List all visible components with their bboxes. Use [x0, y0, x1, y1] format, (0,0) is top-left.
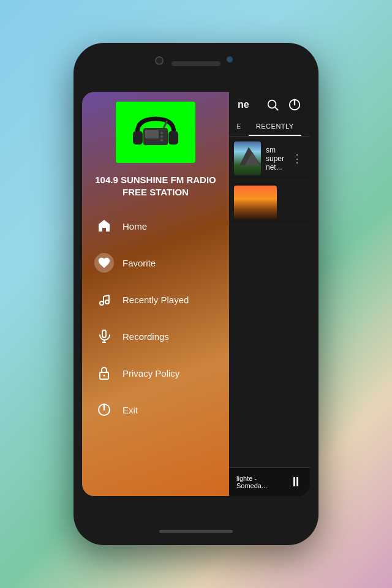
sidebar-item-recordings[interactable]: Recordings [82, 318, 229, 355]
sidebar-item-exit[interactable]: Exit [82, 391, 229, 428]
svg-point-20 [268, 100, 276, 108]
station-thumbnail [234, 141, 261, 175]
station-info: sm super net... [261, 146, 289, 172]
station-list: sm super net... ⋮ [229, 137, 310, 480]
mic-icon [94, 326, 114, 346]
svg-line-12 [104, 295, 109, 296]
svg-point-7 [160, 139, 163, 141]
phone-speaker [172, 61, 221, 66]
home-icon [94, 216, 114, 236]
tab-bar: E RECENTLY [229, 118, 310, 137]
main-content: ne [229, 92, 310, 496]
svg-rect-13 [102, 330, 106, 337]
search-button[interactable] [266, 98, 279, 111]
now-playing-bar: lighte - Someda... ⏸ [229, 467, 310, 496]
play-controls: ⏸ [289, 474, 303, 490]
heart-icon [94, 253, 114, 273]
app-content: 104.9 SUNSHINE FM RADIO FREE STATION Hom… [82, 92, 310, 496]
exit-label: Exit [123, 405, 138, 415]
header-title: ne [238, 99, 266, 110]
radio-headphones-icon [128, 110, 183, 156]
svg-rect-1 [168, 131, 178, 145]
tab-recently[interactable]: RECENTLY [249, 118, 301, 136]
more-options-button[interactable]: ⋮ [289, 149, 305, 168]
sidebar-item-home[interactable]: Home [82, 208, 229, 244]
nav-menu: Home Favorite [82, 208, 229, 428]
app-header: ne [229, 92, 310, 118]
privacy-policy-label: Privacy Policy [123, 368, 179, 379]
phone-frame: 104.9 SUNSHINE FM RADIO FREE STATION Hom… [74, 43, 318, 545]
sidebar-item-privacy-policy[interactable]: Privacy Policy [82, 355, 229, 391]
header-icons [266, 98, 301, 111]
phone-sensor [227, 56, 233, 62]
music-icon [94, 290, 114, 309]
power-off-icon [94, 400, 114, 420]
svg-point-5 [160, 132, 163, 134]
tab-home[interactable]: E [229, 118, 249, 136]
home-label: Home [123, 221, 147, 232]
pause-button[interactable]: ⏸ [289, 474, 303, 490]
svg-line-21 [275, 107, 278, 110]
sidebar: 104.9 SUNSHINE FM RADIO FREE STATION Hom… [82, 92, 229, 496]
phone-camera [155, 56, 164, 65]
station-name: sm super net... [266, 146, 284, 172]
power-button[interactable] [288, 98, 301, 111]
now-playing-text: lighte - Someda... [236, 475, 289, 489]
app-title: 104.9 SUNSHINE FM RADIO FREE STATION [82, 169, 229, 208]
app-logo [116, 102, 195, 163]
station-item[interactable] [229, 181, 310, 225]
lock-icon [94, 363, 114, 383]
svg-rect-3 [145, 130, 159, 138]
svg-point-17 [104, 375, 105, 377]
sidebar-item-recently-played[interactable]: Recently Played [82, 281, 229, 318]
recently-played-label: Recently Played [123, 295, 189, 305]
sidebar-item-favorite[interactable]: Favorite [82, 244, 229, 281]
station-thumbnail [234, 186, 277, 219]
home-indicator [159, 530, 233, 533]
svg-point-6 [160, 135, 163, 138]
recordings-label: Recordings [123, 331, 169, 342]
favorite-label: Favorite [123, 258, 156, 268]
phone-screen: 104.9 SUNSHINE FM RADIO FREE STATION Hom… [82, 92, 310, 496]
svg-rect-0 [133, 131, 143, 145]
station-item[interactable]: sm super net... ⋮ [229, 137, 310, 181]
